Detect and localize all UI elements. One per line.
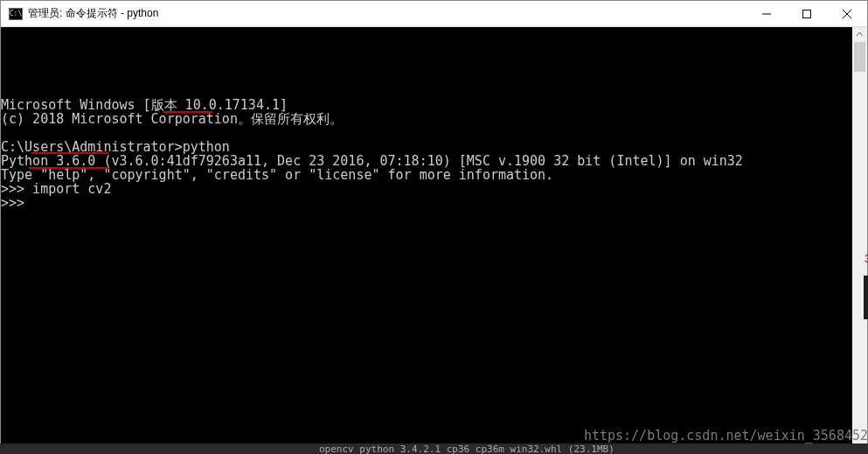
annotation-underline-2 [31,152,108,154]
console-line: Microsoft Windows [版本 10.0.17134.1] [1,98,852,112]
background-text: opencv_python 3.4.2.1 cp36 cp36m win32.w… [319,444,615,454]
scroll-track[interactable] [852,42,867,438]
svg-rect-1 [803,10,811,17]
console-line: >>> import cv2 [1,182,852,196]
console-line [1,126,852,140]
console-area: Microsoft Windows [版本 10.0.17134.1](c) 2… [1,27,867,453]
window-controls [746,1,867,27]
background-taskbar-fragment: opencv_python 3.4.2.1 cp36 cp36m win32.w… [0,444,868,454]
scroll-up-button[interactable] [852,27,867,42]
partial-window-right [864,276,868,319]
close-icon [843,10,851,18]
console-line: (c) 2018 Microsoft Corporation。保留所有权利。 [1,112,852,126]
annotation-underline-3 [29,167,108,169]
minimize-icon [762,10,771,18]
console-line: >>> [1,196,852,210]
command-prompt-window: C:\ 管理员: 命令提示符 - python Microsoft Window… [0,0,868,454]
cmd-icon: C:\ [9,8,23,20]
console-line: Python 3.6.0 (v3.6.0:41df79263a11, Dec 2… [1,154,852,168]
console-line: Type "help", "copyright", "credits" or "… [1,168,852,182]
maximize-button[interactable] [787,1,827,27]
minimize-button[interactable] [746,1,787,27]
partial-red-text: 3 [865,253,868,269]
scroll-thumb[interactable] [854,42,865,72]
annotation-underline-1 [163,111,212,113]
close-button[interactable] [827,1,867,27]
console-output[interactable]: Microsoft Windows [版本 10.0.17134.1](c) 2… [1,27,852,453]
titlebar[interactable]: C:\ 管理员: 命令提示符 - python [1,1,867,27]
vertical-scrollbar[interactable] [852,27,867,453]
console-line: C:\Users\Administrator>python [1,140,852,154]
maximize-icon [802,10,811,18]
window-title: 管理员: 命令提示符 - python [28,6,746,21]
chevron-up-icon [857,31,863,38]
